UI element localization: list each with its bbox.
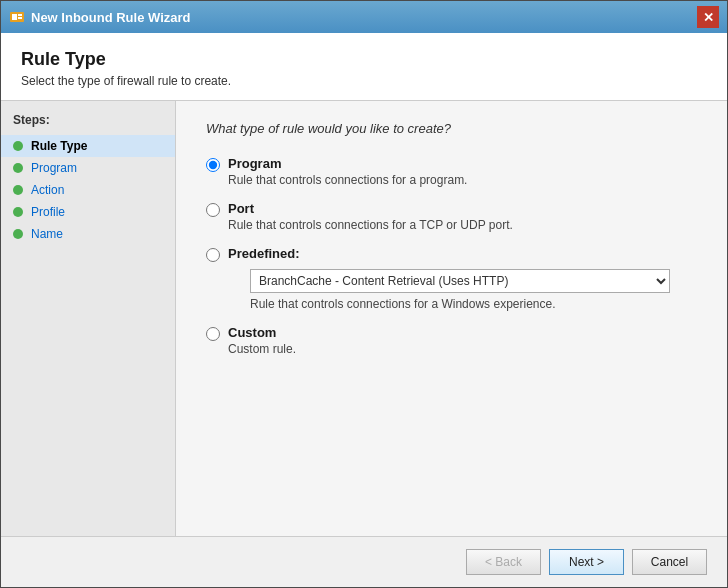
title-bar: New Inbound Rule Wizard ✕ bbox=[1, 1, 727, 33]
step-dot-rule-type bbox=[13, 141, 23, 151]
svg-rect-1 bbox=[12, 14, 17, 20]
radio-desc-port: Rule that controls connections for a TCP… bbox=[228, 218, 513, 232]
radio-predefined[interactable] bbox=[206, 248, 220, 262]
title-bar-icon bbox=[9, 9, 25, 25]
step-dot-action bbox=[13, 185, 23, 195]
radio-label-port[interactable]: Port bbox=[228, 201, 513, 216]
step-label-rule-type: Rule Type bbox=[31, 139, 87, 153]
radio-content-predefined: Predefined: BranchCache - Content Retrie… bbox=[228, 246, 670, 311]
radio-label-custom[interactable]: Custom bbox=[228, 325, 296, 340]
header-area: Rule Type Select the type of firewall ru… bbox=[1, 33, 727, 101]
radio-desc-program: Rule that controls connections for a pro… bbox=[228, 173, 467, 187]
option-custom: Custom Custom rule. bbox=[206, 325, 697, 356]
sidebar-item-rule-type[interactable]: Rule Type bbox=[1, 135, 175, 157]
svg-rect-2 bbox=[18, 14, 22, 16]
radio-port[interactable] bbox=[206, 203, 220, 217]
predefined-section: BranchCache - Content Retrieval (Uses HT… bbox=[250, 269, 670, 311]
step-label-action: Action bbox=[31, 183, 64, 197]
title-bar-title: New Inbound Rule Wizard bbox=[31, 10, 191, 25]
header-title: Rule Type bbox=[21, 49, 707, 70]
step-label-name: Name bbox=[31, 227, 63, 241]
sidebar-item-profile[interactable]: Profile bbox=[1, 201, 175, 223]
sidebar: Steps: Rule Type Program Action Profile … bbox=[1, 101, 176, 536]
svg-rect-3 bbox=[18, 17, 22, 19]
option-port: Port Rule that controls connections for … bbox=[206, 201, 697, 232]
predefined-dropdown[interactable]: BranchCache - Content Retrieval (Uses HT… bbox=[250, 269, 670, 293]
radio-content-port: Port Rule that controls connections for … bbox=[228, 201, 513, 232]
title-bar-left: New Inbound Rule Wizard bbox=[9, 9, 191, 25]
sidebar-item-program[interactable]: Program bbox=[1, 157, 175, 179]
step-dot-name bbox=[13, 229, 23, 239]
sidebar-item-name[interactable]: Name bbox=[1, 223, 175, 245]
close-button[interactable]: ✕ bbox=[697, 6, 719, 28]
main-panel: What type of rule would you like to crea… bbox=[176, 101, 727, 536]
radio-desc-custom: Custom rule. bbox=[228, 342, 296, 356]
step-label-profile: Profile bbox=[31, 205, 65, 219]
step-dot-profile bbox=[13, 207, 23, 217]
radio-label-program[interactable]: Program bbox=[228, 156, 467, 171]
radio-content-program: Program Rule that controls connections f… bbox=[228, 156, 467, 187]
wizard-window: New Inbound Rule Wizard ✕ Rule Type Sele… bbox=[0, 0, 728, 588]
radio-custom[interactable] bbox=[206, 327, 220, 341]
footer: < Back Next > Cancel bbox=[1, 536, 727, 587]
radio-group: Program Rule that controls connections f… bbox=[206, 156, 697, 356]
sidebar-item-action[interactable]: Action bbox=[1, 179, 175, 201]
option-predefined: Predefined: BranchCache - Content Retrie… bbox=[206, 246, 697, 311]
radio-label-predefined[interactable]: Predefined: bbox=[228, 246, 670, 261]
step-dot-program bbox=[13, 163, 23, 173]
header-subtitle: Select the type of firewall rule to crea… bbox=[21, 74, 707, 88]
back-button[interactable]: < Back bbox=[466, 549, 541, 575]
radio-program[interactable] bbox=[206, 158, 220, 172]
radio-content-custom: Custom Custom rule. bbox=[228, 325, 296, 356]
content-area: Steps: Rule Type Program Action Profile … bbox=[1, 101, 727, 536]
steps-label: Steps: bbox=[1, 113, 175, 135]
cancel-button[interactable]: Cancel bbox=[632, 549, 707, 575]
step-label-program: Program bbox=[31, 161, 77, 175]
option-program: Program Rule that controls connections f… bbox=[206, 156, 697, 187]
next-button[interactable]: Next > bbox=[549, 549, 624, 575]
predefined-desc: Rule that controls connections for a Win… bbox=[250, 297, 670, 311]
question-text: What type of rule would you like to crea… bbox=[206, 121, 697, 136]
